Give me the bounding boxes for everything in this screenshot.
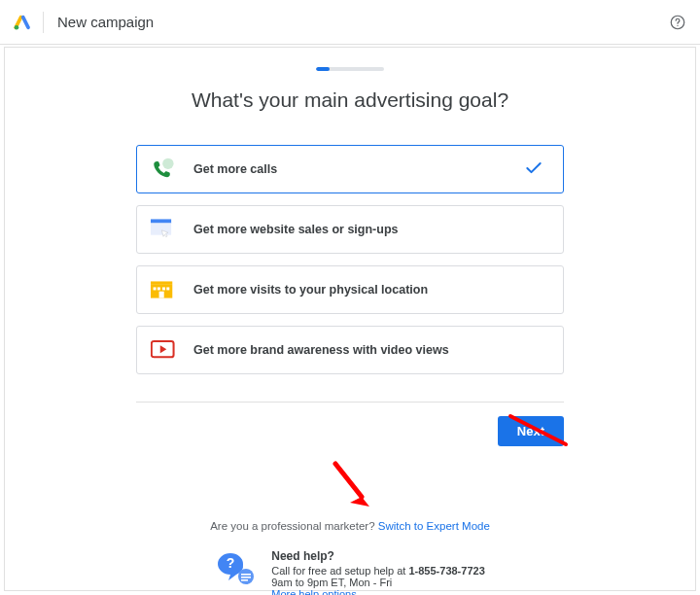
help-phone: 1-855-738-7723: [408, 565, 484, 577]
svg-point-3: [162, 158, 173, 169]
svg-line-16: [335, 464, 362, 497]
check-icon: [524, 158, 543, 181]
google-ads-logo-icon: [14, 14, 31, 31]
svg-rect-21: [241, 577, 251, 578]
svg-rect-22: [241, 579, 248, 581]
expert-prompt: Are you a professional marketer?: [210, 520, 378, 532]
help-icon[interactable]: [669, 14, 686, 31]
chat-help-icon: ?: [215, 549, 258, 588]
svg-rect-11: [166, 287, 169, 290]
annotation-arrow-icon: [321, 458, 379, 512]
help-title: Need help?: [271, 549, 485, 563]
svg-rect-7: [159, 292, 164, 298]
help-hours: 9am to 9pm ET, Mon - Fri: [271, 577, 485, 588]
header-title: New campaign: [57, 14, 154, 30]
goal-option-label: Get more visits to your physical locatio…: [193, 283, 428, 297]
svg-rect-8: [154, 287, 157, 290]
phone-icon: [151, 157, 182, 182]
svg-rect-12: [151, 281, 172, 284]
svg-marker-17: [350, 497, 369, 507]
svg-rect-9: [158, 287, 160, 290]
svg-text:?: ?: [227, 555, 235, 571]
goal-option-location[interactable]: Get more visits to your physical locatio…: [136, 265, 564, 314]
goal-option-label: Get more website sales or sign-ups: [193, 223, 398, 236]
more-help-link[interactable]: More help options: [271, 588, 356, 595]
divider: [136, 402, 564, 402]
help-section: ? Need help? Call for free ad setup help…: [5, 549, 695, 595]
header: New campaign: [0, 0, 700, 45]
goal-options: Get more calls Get more website sales or…: [136, 145, 564, 374]
switch-expert-mode-link[interactable]: Switch to Expert Mode: [378, 520, 490, 532]
video-play-icon: [151, 340, 182, 360]
goal-option-video[interactable]: Get more brand awareness with video view…: [136, 326, 564, 374]
next-button[interactable]: Next: [498, 416, 564, 446]
store-icon: [151, 279, 182, 300]
progress-bar: [316, 67, 384, 71]
svg-rect-5: [151, 224, 171, 235]
svg-rect-4: [151, 219, 171, 223]
goal-option-label: Get more calls: [193, 162, 277, 176]
svg-rect-20: [241, 574, 251, 576]
expert-mode-row: Are you a professional marketer? Switch …: [5, 520, 695, 532]
divider: [43, 12, 44, 33]
goal-option-label: Get more brand awareness with video view…: [193, 343, 449, 357]
svg-point-0: [15, 25, 19, 30]
goal-option-website[interactable]: Get more website sales or sign-ups: [136, 205, 564, 254]
main-panel: What's your main advertising goal? Get m…: [4, 47, 696, 591]
svg-point-2: [677, 24, 678, 25]
help-phone-line: Call for free ad setup help at 1-855-738…: [271, 565, 485, 577]
goal-option-calls[interactable]: Get more calls: [136, 145, 564, 193]
browser-click-icon: [151, 219, 182, 240]
svg-rect-10: [162, 287, 165, 290]
page-title: What's your main advertising goal?: [5, 88, 695, 112]
